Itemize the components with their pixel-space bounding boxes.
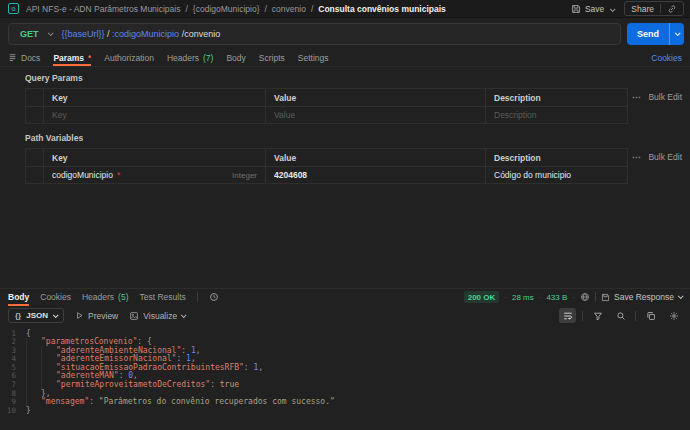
column-header-value: Value	[266, 149, 486, 166]
indent-guide	[26, 390, 41, 399]
breadcrumb-separator: /	[185, 4, 187, 14]
url-separator: /	[105, 29, 113, 39]
send-options-button[interactable]	[669, 23, 684, 45]
tab-params[interactable]: Params •	[53, 49, 91, 66]
indent-guide	[41, 355, 56, 364]
method-selector[interactable]: GET	[9, 29, 62, 39]
tab-headers[interactable]: Headers (7)	[167, 49, 214, 66]
response-format-selector[interactable]: {} JSON	[8, 308, 64, 323]
query-value-input[interactable]	[274, 110, 477, 120]
path-variable-value-input[interactable]	[274, 170, 477, 180]
row-handle-cell	[26, 167, 44, 183]
api-icon: ⚙	[8, 3, 19, 14]
table-actions: ⋯ Bulk Edit	[628, 148, 684, 165]
indent-guide	[26, 372, 41, 381]
path-variables-table: Key Value Description codigoMunicipio * …	[25, 148, 628, 184]
code-token: :	[89, 398, 99, 407]
tab-scripts[interactable]: Scripts	[259, 49, 285, 66]
path-variable-description-input[interactable]	[494, 170, 619, 180]
breadcrumb-separator: /	[311, 4, 313, 14]
share-button[interactable]: Share	[631, 4, 654, 14]
save-label: Save	[585, 4, 604, 14]
history-icon[interactable]	[209, 292, 219, 302]
more-actions-icon[interactable]: ⋯	[632, 152, 642, 162]
bulk-edit-button[interactable]: Bulk Edit	[648, 92, 682, 102]
tab-body[interactable]: Body	[226, 49, 245, 66]
url-path-tail: /convenio	[179, 29, 220, 39]
filter-button[interactable]	[589, 308, 606, 323]
visualize-button[interactable]: Visualize	[129, 311, 185, 321]
response-tab-cookies-label: Cookies	[40, 292, 71, 302]
query-params-title: Query Params	[25, 73, 684, 83]
wrap-text-button[interactable]	[559, 308, 576, 323]
table-actions: ⋯ Bulk Edit	[628, 88, 684, 105]
code-lines: 1{2"parametrosConvenio": {3"aderenteAmbi…	[0, 330, 690, 416]
required-mark: *	[117, 170, 120, 180]
bulk-edit-button[interactable]: Bulk Edit	[648, 152, 682, 162]
preview-button[interactable]: Preview	[75, 311, 118, 321]
code-token: ,	[258, 364, 263, 373]
code-token: "Parâmetros do convênio recuperados com …	[99, 398, 335, 407]
query-description-input[interactable]	[494, 110, 619, 120]
tab-params-label: Params	[53, 53, 84, 63]
separator-dot: ·	[572, 293, 575, 302]
request-tabs: Docs Params • Authorization Headers (7) …	[0, 49, 690, 67]
save-button[interactable]: Save	[571, 2, 616, 16]
visualize-label: Visualize	[143, 311, 177, 321]
breadcrumb: API NFS-e - ADN Parâmetros Municipais / …	[26, 4, 446, 14]
query-key-input[interactable]	[52, 110, 257, 120]
save-options-button[interactable]	[608, 2, 616, 16]
more-actions-icon[interactable]: ⋯	[632, 92, 642, 102]
query-params-table: Key Value Description	[25, 88, 628, 124]
pane-splitter[interactable]	[0, 187, 690, 288]
breadcrumb-collection[interactable]: API NFS-e - ADN Parâmetros Municipais	[26, 4, 180, 14]
variable-type-label: Integer	[232, 171, 257, 180]
response-tab-headers[interactable]: Headers (5)	[82, 289, 129, 306]
breadcrumb-subfolder[interactable]: convenio	[272, 4, 306, 14]
preview-label: Preview	[88, 311, 118, 321]
save-response-button[interactable]: Save Response	[601, 292, 682, 302]
response-tab-body[interactable]: Body	[8, 289, 29, 306]
braces-icon: {}	[15, 311, 21, 320]
tab-scripts-label: Scripts	[259, 53, 285, 63]
response-size[interactable]: 433 B	[546, 293, 567, 302]
path-variables-section: Path Variables Key Value Description cod…	[0, 127, 690, 187]
cookies-link[interactable]: Cookies	[651, 49, 682, 66]
tab-authorization-label: Authorization	[104, 53, 154, 63]
tab-authorization[interactable]: Authorization	[104, 49, 154, 66]
tab-headers-label: Headers	[167, 53, 199, 63]
divider	[635, 311, 636, 321]
settings-button[interactable]	[665, 308, 682, 323]
topbar-actions: Save Share	[571, 1, 684, 16]
status-badge[interactable]: 200 OK	[464, 291, 500, 303]
breadcrumb-separator: /	[264, 4, 266, 14]
network-icon[interactable]	[580, 292, 590, 302]
url-baseurl-variable: {{baseUrl}}	[62, 29, 105, 39]
send-button-group: Send	[627, 23, 684, 45]
response-tab-test-results[interactable]: Test Results	[140, 289, 186, 306]
indent-guide	[26, 347, 41, 356]
column-header-key: Key	[44, 149, 266, 166]
column-header-value: Value	[266, 89, 486, 106]
url-input[interactable]: {{baseUrl}} / :codigoMunicipio /convenio	[62, 29, 221, 39]
table-header-row: Key Value Description	[26, 149, 627, 166]
divider	[660, 4, 661, 13]
response-tab-cookies[interactable]: Cookies	[40, 289, 71, 306]
tab-settings[interactable]: Settings	[298, 49, 329, 66]
copy-button[interactable]	[642, 308, 659, 323]
tab-docs[interactable]: Docs	[8, 49, 40, 66]
breadcrumb-folder[interactable]: {codigoMunicipio}	[193, 4, 260, 14]
image-icon	[129, 311, 139, 321]
column-header-description: Description	[486, 89, 627, 106]
column-header-key: Key	[44, 89, 266, 106]
response-body[interactable]: 1{2"parametrosConvenio": {3"aderenteAmbi…	[0, 326, 690, 430]
indent-guide	[41, 347, 56, 356]
share-button-group: Share	[624, 1, 684, 16]
code-token: "permiteAproveitametoDeCreditos"	[56, 381, 210, 390]
link-icon[interactable]	[667, 4, 677, 14]
response-time[interactable]: 28 ms	[512, 293, 534, 302]
search-button[interactable]	[612, 308, 629, 323]
path-variable-key[interactable]: codigoMunicipio	[52, 170, 113, 180]
tab-body-label: Body	[226, 53, 245, 63]
send-button[interactable]: Send	[627, 23, 669, 45]
